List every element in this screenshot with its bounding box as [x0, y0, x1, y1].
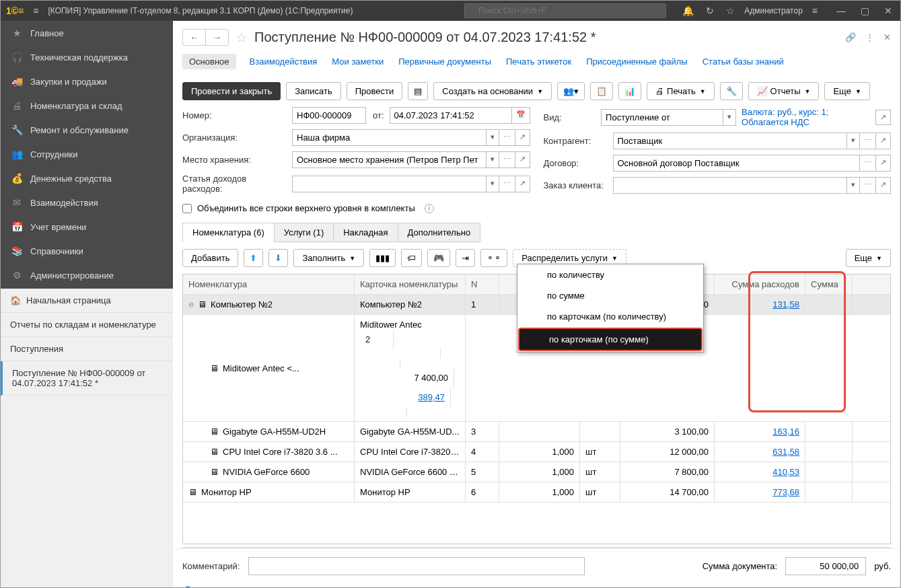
- users-icon[interactable]: 👥▾: [557, 82, 585, 100]
- favorite-star-icon[interactable]: ☆: [236, 30, 248, 46]
- tab[interactable]: Присоединенные файлы: [585, 54, 689, 69]
- add-button[interactable]: Добавить: [182, 249, 238, 267]
- open-icon[interactable]: ↗: [515, 129, 530, 146]
- menu-item[interactable]: по сумме: [517, 285, 703, 306]
- tab[interactable]: Мои заметки: [330, 54, 385, 69]
- nav-back-icon[interactable]: ←: [183, 30, 206, 45]
- bell-icon[interactable]: 🔔: [680, 5, 696, 16]
- cell-expense-link[interactable]: 631,58: [772, 447, 799, 457]
- sub-nav-item[interactable]: Поступления: [1, 337, 173, 361]
- tab[interactable]: Печать этикеток: [505, 54, 573, 69]
- ellipsis-icon[interactable]: ⋯: [499, 129, 515, 146]
- list-icon[interactable]: ▤: [408, 82, 428, 100]
- sub-nav-item[interactable]: 🏠Начальная страница: [1, 289, 173, 313]
- changed-link[interactable]: Изменён: 04.07.2023 17:45:42 Администрат…: [199, 586, 385, 587]
- cell-expense-link[interactable]: 773,68: [772, 487, 799, 497]
- cell-expense-link[interactable]: 163,16: [772, 427, 799, 437]
- col-expenses[interactable]: Сумма расходов: [715, 274, 805, 294]
- dropdown-icon[interactable]: ▾: [847, 133, 860, 149]
- settings-icon[interactable]: ≡: [809, 5, 820, 16]
- tag-icon[interactable]: 🏷: [401, 249, 422, 267]
- report-icon[interactable]: 📊: [618, 82, 641, 100]
- barcode-icon[interactable]: ▮▮▮: [369, 249, 396, 267]
- tab[interactable]: Первичные документы: [397, 54, 493, 69]
- import-icon[interactable]: ⇥: [456, 249, 475, 267]
- nav-item[interactable]: 🎧Техническая поддержка: [1, 45, 173, 69]
- more-button[interactable]: Еще▼: [824, 82, 869, 100]
- dropdown-icon[interactable]: ▾: [486, 176, 499, 192]
- cell-expense-link[interactable]: 410,53: [772, 467, 799, 477]
- counterparty-field[interactable]: [613, 133, 848, 149]
- order-field[interactable]: [613, 177, 848, 194]
- nav-item[interactable]: 🖨Номенклатура и склад: [1, 94, 173, 118]
- info-icon[interactable]: i: [425, 204, 434, 213]
- subtab[interactable]: Дополнительно: [398, 223, 481, 242]
- ellipsis-icon[interactable]: ⋯: [499, 176, 515, 192]
- currency-link[interactable]: Валюта: руб., курс: 1; Облагается НДС: [742, 107, 870, 127]
- tab[interactable]: Основное: [182, 54, 236, 69]
- nav-item[interactable]: 👥Сотрудники: [1, 142, 173, 166]
- menu-item[interactable]: по карточкам (по сумме): [518, 328, 702, 351]
- menu-icon[interactable]: ≡: [30, 5, 41, 16]
- col-card[interactable]: Карточка номенклатуры: [355, 274, 466, 294]
- relations-icon[interactable]: ⚬⚬: [480, 249, 507, 267]
- reports-button[interactable]: 📈 Отчеты▼: [748, 82, 820, 100]
- date-field[interactable]: [390, 107, 512, 124]
- post-and-close-button[interactable]: Провести и закрыть: [182, 82, 281, 100]
- device-icon[interactable]: 🎮: [427, 249, 450, 267]
- number-field[interactable]: [292, 107, 366, 124]
- move-up-icon[interactable]: ⬆: [244, 249, 263, 267]
- open-icon[interactable]: ↗: [875, 110, 891, 125]
- subtab[interactable]: Накладная: [333, 223, 398, 242]
- sub-nav-item[interactable]: Поступление № НФ00-000009 от 04.07.2023 …: [1, 361, 173, 396]
- table-row[interactable]: 🖥Gigabyte GA-H55M-UD2H Gigabyte GA-H55M-…: [183, 422, 890, 442]
- search-input[interactable]: [464, 3, 666, 18]
- menu-item[interactable]: по количеству: [517, 264, 703, 285]
- nav-item[interactable]: 💰Денежные средства: [1, 166, 173, 190]
- contract-field[interactable]: [613, 155, 861, 172]
- save-button[interactable]: Записать: [286, 82, 341, 100]
- col-n[interactable]: N: [466, 274, 499, 294]
- link-icon[interactable]: 🔗: [845, 32, 856, 42]
- table-more-button[interactable]: Еще▼: [846, 249, 891, 267]
- post-button[interactable]: Провести: [347, 82, 403, 100]
- ellipsis-icon[interactable]: ⋯: [860, 177, 876, 194]
- cell-expense-link[interactable]: 131,58: [772, 299, 799, 309]
- col-nomenclature[interactable]: Номенклатура: [183, 274, 355, 294]
- more-icon[interactable]: ⋮: [865, 32, 874, 42]
- subtab[interactable]: Услуги (1): [274, 223, 334, 242]
- table-row[interactable]: 🖥NVIDIA GeForce 6600 NVIDIA GeForce 6600…: [183, 462, 890, 482]
- print-button[interactable]: 🖨 Печать▼: [647, 82, 715, 100]
- table-row[interactable]: 🖥CPU Intel Core i7-3820 3.6 ... CPU Inte…: [183, 442, 890, 462]
- open-icon[interactable]: ↗: [876, 155, 891, 172]
- open-icon[interactable]: ↗: [876, 133, 891, 149]
- move-down-icon[interactable]: ⬇: [268, 249, 288, 267]
- open-icon[interactable]: ↗: [515, 151, 530, 168]
- nav-item[interactable]: 📅Учет времени: [1, 215, 173, 239]
- history-icon[interactable]: ↻: [703, 5, 717, 16]
- close-tab-icon[interactable]: ✕: [884, 32, 891, 42]
- nav-item[interactable]: 🔧Ремонт и обслуживание: [1, 118, 173, 142]
- income-field[interactable]: [292, 176, 486, 192]
- nav-item[interactable]: ✉Взаимодействия: [1, 190, 173, 215]
- storage-field[interactable]: [292, 151, 486, 168]
- dropdown-icon[interactable]: ▾: [723, 109, 736, 126]
- ellipsis-icon[interactable]: ⋯: [860, 155, 876, 172]
- menu-item[interactable]: по карточкам (по количеству): [517, 306, 703, 327]
- ellipsis-icon[interactable]: ⋯: [499, 151, 515, 168]
- open-icon[interactable]: ↗: [876, 177, 891, 194]
- sub-nav-item[interactable]: Отчеты по складам и номенклатуре: [1, 313, 173, 337]
- maximize-icon[interactable]: ▢: [858, 5, 872, 16]
- org-field[interactable]: [292, 129, 486, 146]
- close-icon[interactable]: ✕: [881, 5, 895, 16]
- ellipsis-icon[interactable]: ⋯: [860, 133, 876, 149]
- fill-button[interactable]: Заполнить▼: [293, 249, 364, 267]
- comment-field[interactable]: [248, 557, 585, 575]
- nav-item[interactable]: 🚚Закупки и продажи: [1, 69, 173, 94]
- star-icon[interactable]: ☆: [723, 5, 737, 16]
- cell-expense-link[interactable]: 389,47: [418, 392, 445, 402]
- horizontal-scrollbar[interactable]: [182, 547, 891, 548]
- dropdown-icon[interactable]: ▾: [847, 177, 860, 194]
- tools-icon[interactable]: 🔧: [720, 82, 743, 100]
- subtab[interactable]: Номенклатура (6): [182, 223, 275, 242]
